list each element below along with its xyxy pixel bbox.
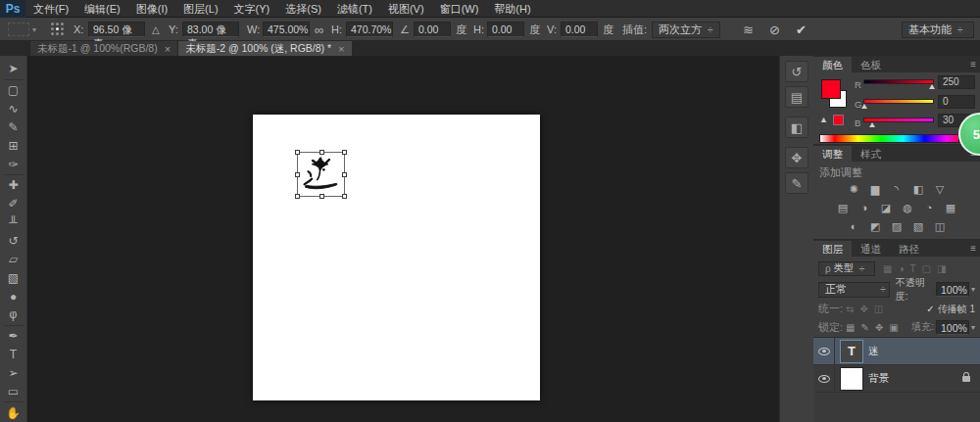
rotation-field[interactable]: 0.00 <box>414 22 451 37</box>
document-canvas[interactable] <box>253 115 540 400</box>
green-slider-thumb[interactable] <box>861 104 867 109</box>
type-tool[interactable]: T <box>2 346 25 364</box>
red-value-field[interactable]: 250 <box>938 75 975 89</box>
eyedropper-tool[interactable]: ✑ <box>2 155 25 173</box>
shape-tool[interactable]: ▭ <box>2 382 25 400</box>
blend-mode-dropdown[interactable]: 正常 ÷ <box>818 282 890 298</box>
filter-type-layers-icon[interactable]: T <box>910 263 916 274</box>
transform-handle-se[interactable] <box>342 194 347 199</box>
link-dimensions-icon[interactable]: ∞ <box>315 23 323 37</box>
transform-handle-e[interactable] <box>342 172 347 177</box>
blue-slider[interactable] <box>863 117 934 122</box>
properties-panel-icon[interactable]: ▤ <box>785 86 808 108</box>
chevron-down-icon[interactable]: ▾ <box>971 285 975 294</box>
lock-all-icon[interactable]: ▣ <box>889 322 898 333</box>
menu-image[interactable]: 图像(I) <box>128 0 175 18</box>
horizontal-skew-field[interactable]: 0.00 <box>487 22 524 37</box>
menu-edit[interactable]: 编辑(E) <box>76 0 128 18</box>
history-brush-tool[interactable]: ↺ <box>2 232 25 251</box>
web-safe-color-swatch[interactable] <box>833 115 844 125</box>
panel-menu-icon[interactable]: ≡ <box>970 243 976 254</box>
red-slider-thumb[interactable] <box>929 84 935 89</box>
tool-preset-picker[interactable]: ▾ <box>8 18 36 41</box>
chevron-down-icon[interactable]: ▾ <box>971 323 975 332</box>
green-slider[interactable] <box>863 99 934 104</box>
document-tab-untitled2[interactable]: 未标题-2 @ 100% (迷, RGB/8) * × <box>178 41 351 56</box>
layer-row-text-mi[interactable]: T 迷 <box>813 338 980 365</box>
pen-tool[interactable]: ✒ <box>2 327 25 346</box>
background-layer-thumbnail[interactable] <box>841 368 862 390</box>
levels-icon[interactable]: ▆ <box>867 182 883 196</box>
fill-field[interactable]: 100% <box>936 320 969 335</box>
tab-color[interactable]: 颜色 <box>813 57 852 72</box>
blue-slider-thumb[interactable] <box>869 122 875 127</box>
workspace-switcher[interactable]: 基本功能÷ <box>902 22 974 38</box>
width-scale-field[interactable]: 475.00% <box>263 22 310 37</box>
hand-tool[interactable]: ✋ <box>2 403 25 422</box>
close-icon[interactable]: × <box>338 43 344 55</box>
unify-style-icon[interactable]: ◫ <box>874 304 883 314</box>
healing-brush-tool[interactable]: ✚ <box>2 176 25 195</box>
unify-visibility-icon[interactable]: ✥ <box>859 304 867 314</box>
y-position-field[interactable]: 83.00 像素 <box>182 22 239 37</box>
vertical-skew-field[interactable]: 0.00 <box>561 22 598 37</box>
crop-tool[interactable]: ⊞ <box>2 136 25 155</box>
tab-adjustments[interactable]: 调整 <box>813 146 852 162</box>
lock-image-icon[interactable]: ✎ <box>861 322 869 333</box>
history-panel-icon[interactable]: ↺ <box>785 61 808 82</box>
red-slider[interactable] <box>863 79 934 84</box>
vibrance-icon[interactable]: ▽ <box>932 182 948 196</box>
color-lookup-icon[interactable]: ▦ <box>943 201 958 214</box>
reference-point-locator[interactable] <box>51 18 65 41</box>
clone-stamp-tool[interactable]: ╨ <box>2 213 25 232</box>
gradient-tool[interactable]: ▧ <box>2 268 25 287</box>
commit-transform-button[interactable]: ✔ <box>796 23 807 37</box>
x-position-field[interactable]: 96.50 像素 <box>88 22 145 37</box>
actions-panel-icon[interactable]: ✥ <box>785 147 808 168</box>
menu-filter[interactable]: 滤镜(T) <box>329 0 380 18</box>
green-value-field[interactable]: 0 <box>938 95 975 109</box>
quick-selection-tool[interactable]: ✎ <box>2 118 25 137</box>
tab-swatches[interactable]: 色板 <box>852 57 890 72</box>
menu-help[interactable]: 帮助(H) <box>486 0 538 18</box>
gradient-map-icon[interactable]: ▧ <box>910 219 926 233</box>
document-tab-untitled1[interactable]: 未标题-1 @ 100%(RGB/8) × <box>30 41 177 56</box>
transform-handle-w[interactable] <box>295 172 300 177</box>
selective-color-icon[interactable]: ◫ <box>932 219 948 233</box>
marquee-tool[interactable]: ▢ <box>2 81 25 100</box>
color-balance-icon[interactable]: ◑ <box>857 201 872 214</box>
cancel-transform-button[interactable]: ⊘ <box>769 23 780 37</box>
free-transform-bounding-box[interactable] <box>297 152 345 197</box>
opacity-field[interactable]: 100% <box>936 282 969 297</box>
foreground-color-swatch[interactable] <box>821 79 841 99</box>
filter-shape-layers-icon[interactable]: ▢ <box>922 263 931 274</box>
lock-position-icon[interactable]: ✥ <box>875 322 883 333</box>
menu-type[interactable]: 文字(Y) <box>226 0 278 18</box>
posterize-icon[interactable]: ◩ <box>867 219 883 233</box>
dodge-tool[interactable]: φ <box>2 305 25 324</box>
lock-transparency-icon[interactable]: ▦ <box>846 322 855 333</box>
tab-styles[interactable]: 样式 <box>852 146 890 162</box>
lasso-tool[interactable]: ∿ <box>2 100 25 118</box>
menu-select[interactable]: 选择(S) <box>277 0 329 18</box>
transform-handle-ne[interactable] <box>342 150 347 155</box>
transform-handle-sw[interactable] <box>295 194 300 199</box>
brightness-contrast-icon[interactable]: ✺ <box>846 182 861 196</box>
canvas-area[interactable] <box>27 56 779 422</box>
gamut-warning-icon[interactable]: ▲ <box>819 115 828 124</box>
brush-tool[interactable]: ✐ <box>2 195 25 213</box>
menu-file[interactable]: 文件(F) <box>25 0 76 18</box>
warp-mode-toggle[interactable]: ≋ <box>743 23 754 37</box>
color-spectrum-ramp[interactable] <box>819 134 966 143</box>
invert-icon[interactable]: ◐ <box>846 219 861 233</box>
propagate-frame-checkbox[interactable]: ✓ 传播帧 1 <box>926 303 975 316</box>
menu-layer[interactable]: 图层(L) <box>175 0 225 18</box>
height-scale-field[interactable]: 470.70% <box>346 22 393 37</box>
transform-handle-s[interactable] <box>319 194 324 199</box>
move-tool[interactable]: ➤ <box>2 60 25 78</box>
curves-icon[interactable]: ◝ <box>889 182 905 196</box>
transform-handle-nw[interactable] <box>295 150 300 155</box>
layer-row-background[interactable]: 背景 <box>813 365 980 393</box>
unify-position-icon[interactable]: ⇆ <box>846 304 854 314</box>
layer-filter-dropdown[interactable]: ρ 类型 ÷ <box>818 261 875 276</box>
